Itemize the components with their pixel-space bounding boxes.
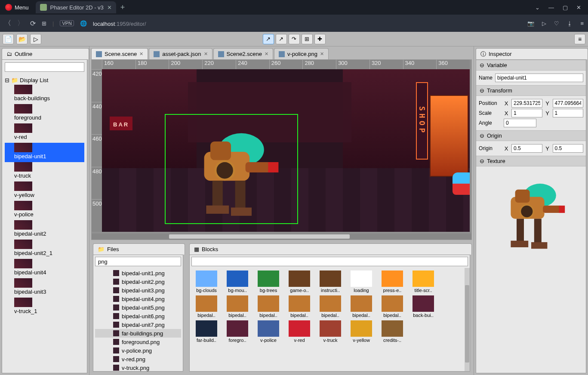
forward-button[interactable]: 〉 xyxy=(17,19,24,28)
file-row[interactable]: v-police.png xyxy=(95,346,181,355)
block-item[interactable]: bg-trees xyxy=(254,270,283,293)
bipedal-unit1-sprite[interactable] xyxy=(175,121,287,224)
file-row[interactable]: bipedal-unit7.png xyxy=(95,320,181,329)
position-x-input[interactable] xyxy=(511,99,542,108)
block-item[interactable]: bg-clouds xyxy=(192,270,221,293)
section-texture-head[interactable]: ⊖Texture xyxy=(476,156,586,166)
translate-tool-button[interactable]: ↗ xyxy=(263,34,274,44)
section-transform-head[interactable]: ⊖Transform xyxy=(476,85,586,96)
outline-item-foreground[interactable]: foreground xyxy=(5,104,84,123)
block-item[interactable]: v-yellow xyxy=(347,320,376,343)
editor-tab-Scene2.scene[interactable]: Scene2.scene✕ xyxy=(213,48,273,59)
block-item[interactable]: bg-mou.. xyxy=(223,270,252,293)
outline-item-bipedal-unit4[interactable]: bipedal-unit4 xyxy=(5,259,84,278)
new-file-button[interactable]: 📄 xyxy=(3,34,14,44)
file-row[interactable]: v-truck.png xyxy=(95,363,181,371)
block-item[interactable]: far-build.. xyxy=(192,320,221,343)
workspace-icon[interactable]: ⌄ xyxy=(535,4,540,11)
outline-item-v-red[interactable]: v-red xyxy=(5,123,84,143)
outline-item-back-buildings[interactable]: back-buildings xyxy=(5,85,84,104)
heart-icon[interactable]: ♡ xyxy=(554,20,559,27)
close-window-icon[interactable]: ✕ xyxy=(576,4,581,11)
block-item[interactable]: v-truck xyxy=(316,320,345,343)
angle-input[interactable] xyxy=(504,119,536,127)
blocks-search-input[interactable] xyxy=(191,257,468,266)
block-item[interactable]: v-red xyxy=(285,320,314,343)
editor-tab-asset-pack.json[interactable]: asset-pack.json✕ xyxy=(149,48,212,59)
outline-item-bipedal-unit1[interactable]: bipedal-unit1 xyxy=(5,143,84,162)
outline-item-bipedal-unit2_1[interactable]: bipedal-unit2_1 xyxy=(5,240,84,259)
block-item[interactable]: bipedal.. xyxy=(316,295,345,318)
outline-item-bipedal-unit3[interactable]: bipedal-unit3 xyxy=(5,278,84,298)
resize-tool-button[interactable]: ✚ xyxy=(314,34,326,44)
close-tab-icon[interactable]: ✕ xyxy=(204,51,208,57)
block-item[interactable]: bipedal.. xyxy=(223,295,252,318)
file-row[interactable]: v-red.png xyxy=(95,355,181,363)
file-row[interactable]: bipedal-unit1.png xyxy=(95,269,181,277)
play-button[interactable]: ▷ xyxy=(30,34,41,44)
browser-menu-button[interactable]: Menu xyxy=(0,0,34,15)
block-item[interactable]: credits-.. xyxy=(378,320,406,343)
scale-tool-button[interactable]: ↗ xyxy=(276,34,287,44)
section-origin-head[interactable]: ⊖Origin xyxy=(476,130,586,141)
display-list-root[interactable]: ⊟ 📁 Display List xyxy=(5,75,84,85)
block-item[interactable]: loading xyxy=(347,270,376,293)
block-item[interactable]: instructi.. xyxy=(316,270,345,293)
origin-x-input[interactable] xyxy=(511,144,542,153)
close-tab-icon[interactable]: ✕ xyxy=(139,51,143,57)
block-item[interactable]: bipedal.. xyxy=(285,295,314,318)
name-input[interactable] xyxy=(495,74,583,82)
outline-item-v-yellow[interactable]: v-yellow xyxy=(5,181,84,201)
snapshot-icon[interactable]: 📷 xyxy=(527,20,534,27)
blocks-vscroll[interactable] xyxy=(465,268,470,371)
scale-x-input[interactable] xyxy=(511,109,542,117)
outline-item-v-truck_1[interactable]: v-truck_1 xyxy=(5,298,84,317)
editor-tab-v-police.png[interactable]: v-police.png✕ xyxy=(274,48,329,59)
minimize-icon[interactable]: — xyxy=(548,4,554,11)
new-tab-button[interactable]: + xyxy=(120,3,125,12)
outline-item-v-police[interactable]: v-police xyxy=(5,201,84,220)
outline-item-v-truck[interactable]: v-truck xyxy=(5,162,84,181)
download-icon[interactable]: ⭳ xyxy=(567,20,573,27)
close-tab-icon[interactable]: ✕ xyxy=(320,51,324,57)
file-row[interactable]: bipedal-unit3.png xyxy=(95,286,181,295)
close-tab-icon[interactable]: ✕ xyxy=(265,51,268,57)
block-item[interactable]: foregro.. xyxy=(223,320,252,343)
outline-tab[interactable]: 🗂 Outline xyxy=(2,48,89,59)
position-y-input[interactable] xyxy=(553,99,584,108)
block-item[interactable]: game-o.. xyxy=(285,270,314,293)
file-row[interactable]: foreground.png xyxy=(95,338,181,346)
block-item[interactable]: back-bui.. xyxy=(409,295,437,318)
easy-setup-icon[interactable]: ≡ xyxy=(580,20,584,27)
scale-y-input[interactable] xyxy=(553,109,584,117)
collapse-icon[interactable]: ⊟ xyxy=(5,77,9,83)
block-item[interactable]: bipedal.. xyxy=(347,295,376,318)
block-item[interactable]: v-police xyxy=(254,320,283,343)
maximize-icon[interactable]: ▢ xyxy=(563,4,568,11)
block-item[interactable]: bipedal.. xyxy=(192,295,221,318)
outline-item-bipedal-unit2[interactable]: bipedal-unit2 xyxy=(5,220,84,240)
reload-button[interactable]: ⟳ xyxy=(30,19,36,28)
file-row[interactable]: bipedal-unit5.png xyxy=(95,303,181,312)
file-row[interactable]: bipedal-unit6.png xyxy=(95,312,181,320)
canvas-hscrollbar[interactable] xyxy=(92,234,471,240)
menu-button[interactable]: ≡ xyxy=(574,34,585,44)
tab-close-icon[interactable]: ✕ xyxy=(107,4,112,11)
block-item[interactable]: press-e.. xyxy=(378,270,406,293)
send-icon[interactable]: ▷ xyxy=(542,20,546,27)
open-button[interactable]: 📂 xyxy=(16,34,28,44)
speed-dial-icon[interactable]: ⊞ xyxy=(42,20,46,27)
block-item[interactable]: bipedal.. xyxy=(254,295,283,318)
editor-tab-Scene.scene[interactable]: Scene.scene✕ xyxy=(91,48,148,59)
files-tab[interactable]: 📁 Files xyxy=(93,243,185,255)
blocks-tab[interactable]: ▦ Blocks xyxy=(189,243,472,255)
file-row[interactable]: bipedal-unit4.png xyxy=(95,295,181,303)
file-row[interactable]: far-buildings.png xyxy=(95,329,181,338)
origin-y-input[interactable] xyxy=(553,144,584,153)
origin-tool-button[interactable]: ⊞ xyxy=(302,34,313,44)
scene-canvas[interactable]: 160180200220240260280300320340360 420440… xyxy=(91,59,472,240)
file-row[interactable]: bipedal-unit2.png xyxy=(95,277,181,286)
section-variable-head[interactable]: ⊖Variable xyxy=(476,60,586,71)
block-item[interactable]: title-scr.. xyxy=(409,270,437,293)
back-button[interactable]: 〈 xyxy=(4,19,11,28)
